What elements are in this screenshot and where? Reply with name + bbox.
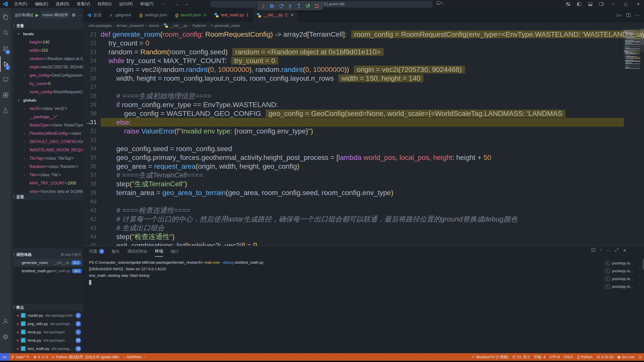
variables-section-header[interactable]: ˅变量 xyxy=(11,22,83,30)
git-branch-item[interactable]: main* ↻ xyxy=(9,353,31,361)
nav-forward-icon[interactable]: → xyxy=(184,1,189,7)
variable-row[interactable]: ›PlanetaryWindConfig = <class 'Planeta… xyxy=(20,129,83,138)
code-line[interactable]: 44 step("检查连通性") xyxy=(83,232,644,241)
language-mode-item[interactable]: {}Python xyxy=(575,353,594,361)
line-number[interactable]: 37 xyxy=(83,171,97,179)
variable-row[interactable]: ›Random = <class 'Random'> xyxy=(20,162,83,171)
menu-item[interactable]: 运行(R) xyxy=(116,1,136,7)
indentation-item[interactable]: 空格: 4 xyxy=(532,353,547,361)
code-line[interactable]: 22 try_count = 0 xyxy=(83,39,644,48)
code-line[interactable]: 36 geo_area = request_area(origin, width… xyxy=(83,162,644,171)
breadcrumb-item[interactable]: site-packages xyxy=(89,23,112,28)
code-line[interactable]: 29 if room_config.env_type == EnvType.WA… xyxy=(83,100,644,109)
breakpoint-checkbox[interactable]: ✓ xyxy=(21,321,26,326)
variable-row[interactable]: ›WASTELAND_ROOM_REQUEST_CONFIG = RoomR… xyxy=(20,146,83,154)
call-stack-frame[interactable]: generate_room__init__.py31:1 xyxy=(14,258,83,267)
code-editor[interactable]: 2021def generate_room(room_config: RoomR… xyxy=(83,29,644,246)
code-line[interactable]: 27 xyxy=(83,83,644,92)
menu-item[interactable]: 编辑(E) xyxy=(32,1,51,7)
breakpoint-checkbox[interactable]: ✓ xyxy=(21,346,26,351)
drag-grip-icon[interactable]: ⣿ xyxy=(260,3,267,10)
code-line[interactable]: 28 # ====生成初始地理信息==== xyxy=(83,92,644,100)
encoding-item[interactable]: UTF-8 xyxy=(547,353,562,361)
window-minimize-button[interactable]: ─ xyxy=(607,0,619,8)
breakpoint-row[interactable]: ●✓test_math.pysite-packages\terrain_res…… xyxy=(14,344,83,353)
run-python-file-button[interactable]: ▷˅ xyxy=(617,13,622,18)
variable-row[interactable]: __package__ = '' xyxy=(20,113,83,121)
line-number[interactable]: 41 xyxy=(83,206,97,215)
terminal-dropdown-chevron-icon[interactable]: ˅ xyxy=(600,248,601,253)
editor-scrollbar[interactable] xyxy=(640,29,644,45)
line-number[interactable]: 45 xyxy=(83,241,97,246)
breakpoint-checkbox[interactable]: ✓ xyxy=(21,338,26,343)
variable-row[interactable]: ›room_config = RoomRequestConfig(env_t… xyxy=(20,88,83,96)
line-number[interactable]: 26 xyxy=(83,74,97,83)
tab---[interactable]: 欢迎 xyxy=(83,8,106,22)
tab-launch-json[interactable]: {}launch.jsonU xyxy=(171,8,210,22)
breadcrumb-item[interactable]: terrain_research xyxy=(116,23,144,28)
menu-item[interactable]: 选择(S) xyxy=(53,1,72,7)
panel-close-icon[interactable]: ✕ xyxy=(623,248,626,253)
toggle-sidebar-icon[interactable] xyxy=(574,0,584,8)
debug-session-item[interactable]: ▷ Python 调试程序: 启动文件 (godot-ldtk) xyxy=(50,353,121,361)
activity-remote-explorer[interactable] xyxy=(0,72,11,87)
tab-test-math-py[interactable]: test_math.py1 xyxy=(210,8,253,22)
variable-row[interactable]: height = 140 xyxy=(20,38,83,46)
activity-source-control[interactable]: 3 xyxy=(0,41,11,56)
breadcrumb-item[interactable]: ◇generate_room xyxy=(211,23,240,28)
line-number[interactable]: 32 xyxy=(83,127,97,135)
variable-row[interactable]: try_count = 0 xyxy=(20,79,83,88)
debug-restart-button[interactable]: ↺ xyxy=(304,3,312,10)
split-terminal-icon[interactable] xyxy=(591,248,595,253)
terminal-instance-row[interactable]: >_pocketpy te… xyxy=(606,275,641,283)
activity-search[interactable] xyxy=(0,25,11,41)
breakpoint-row[interactable]: ●✓png_utils.pysite-packages\wfc11 xyxy=(14,320,83,328)
code-line[interactable]: 26 width, height = room_config.layout.n_… xyxy=(83,74,644,83)
panel-tab-调试控制台[interactable]: 调试控制台 xyxy=(127,246,147,257)
remote-indicator[interactable]: >< xyxy=(0,353,9,361)
terminal-list-scrollbar[interactable] xyxy=(643,259,644,269)
variable-row[interactable]: ›vec2i = <class 'vec2i'> xyxy=(20,104,83,113)
line-number[interactable]: 29 xyxy=(83,100,97,109)
line-number[interactable]: 23 xyxy=(83,48,97,56)
breadcrumb-item[interactable]: Pylance xyxy=(192,23,206,28)
variable-row[interactable]: width = 150 xyxy=(20,46,83,55)
code-line[interactable]: 40 xyxy=(83,197,644,206)
window-maximize-button[interactable]: ▢ xyxy=(620,0,631,8)
activity-testing[interactable] xyxy=(0,103,11,119)
activity-run-debug[interactable]: 1 xyxy=(0,56,11,72)
breakpoint-checkbox[interactable]: ✓ xyxy=(21,330,26,334)
nav-back-icon[interactable]: ← xyxy=(175,1,179,7)
settings-gear-icon[interactable]: ⚙ xyxy=(0,329,11,345)
code-line[interactable]: 45 exit_combinations: list[tuple[vec2i, … xyxy=(83,241,644,246)
go-live-item[interactable]: ◉ Go Live xyxy=(615,353,636,361)
call-stack-frame[interactable]: test/test_math.pytest_math.py16:1 xyxy=(14,267,83,275)
line-number[interactable]: 33 xyxy=(83,135,97,144)
breadcrumb-item[interactable]: rooms xyxy=(149,23,159,28)
editor-layout-dropdown[interactable]: ˅ xyxy=(436,1,443,5)
code-line[interactable]: 30 geo_config = WASTELAND_GEO_CONFIGgeo_… xyxy=(83,109,644,118)
variable-row[interactable]: ›geo_config = GeoConfig(seed=None, wor… xyxy=(20,71,83,79)
call-stack-section-header[interactable]: ˅调用堆栈因 step 已暂停 xyxy=(11,251,83,258)
panel-tab-输出[interactable]: 输出 xyxy=(112,246,120,257)
code-line[interactable]: 42 # 计算每一个出口的中心，然后使用astar生成路径，确保每一个出口组合都… xyxy=(83,215,644,223)
line-number[interactable]: 34 xyxy=(83,144,97,153)
variable-row[interactable]: origin = vec2i(7205730, 9024468) xyxy=(20,63,83,71)
code-line[interactable]: 43 # 生成出口组合 xyxy=(83,223,644,232)
breakpoint-checkbox[interactable]: ✓ xyxy=(21,313,26,318)
menu-item[interactable]: 终端(T) xyxy=(137,1,156,7)
customize-layout-icon[interactable] xyxy=(563,0,573,8)
code-line[interactable]: 31→ else: xyxy=(83,118,644,127)
code-line[interactable]: 32 raise ValueError(f"Invalid env type: … xyxy=(83,127,644,135)
variable-row[interactable]: ›Tile = <class 'Tile'> xyxy=(20,171,83,179)
panel-more-actions-icon[interactable]: ⋯ xyxy=(606,248,610,253)
line-number[interactable]: 30 xyxy=(83,109,97,118)
menu-item[interactable]: ··· xyxy=(158,1,168,7)
line-number[interactable]: 42 xyxy=(83,215,97,223)
code-line[interactable]: 23 random = Random(room_config.seed)rand… xyxy=(83,48,644,56)
panel-tab-问题[interactable]: 问题3 xyxy=(89,246,104,257)
editor-more-actions-icon[interactable]: ⋯ xyxy=(635,13,639,18)
line-number[interactable]: 39 xyxy=(83,188,97,197)
menu-item[interactable]: 转到(G) xyxy=(95,1,114,7)
breakpoint-row[interactable]: ●✓temp.pysite-packages1 xyxy=(14,328,83,336)
